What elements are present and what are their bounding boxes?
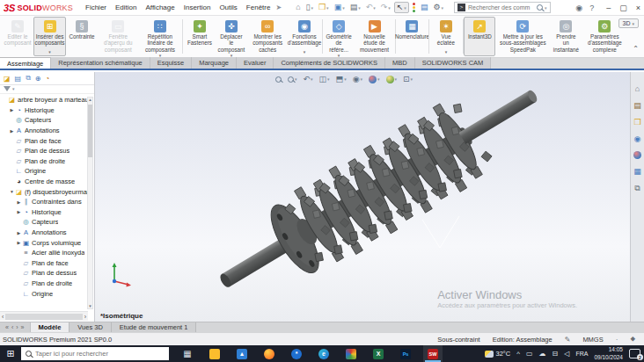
restore-button[interactable]: ▢ — [619, 4, 627, 12]
tree-item[interactable]: ▶∥Contraintes dans — [0, 197, 88, 207]
taskbar-search[interactable] — [21, 347, 169, 360]
scroll-left-icon[interactable]: ‹ — [2, 314, 4, 320]
dropdown-caret-icon[interactable]: ▾ — [311, 5, 314, 11]
expand-arrow-icon[interactable]: ▶ — [16, 209, 22, 214]
tree-item[interactable]: ∟Origine — [0, 166, 88, 177]
ribbon-button-nouvelle-tude-de-mouvement[interactable]: ▶Nouvelle étude de mouvement — [355, 17, 394, 56]
ribbon-collapse-icon[interactable]: ⌃ — [633, 45, 639, 53]
pin-menu-icon[interactable]: ➤ — [275, 4, 282, 11]
tree-item[interactable]: ◕Centre de masse — [0, 177, 88, 187]
print-icon[interactable]: ▤▾ — [348, 3, 362, 12]
clock[interactable]: 14:05 09/10/2024 — [594, 346, 623, 360]
expand-arrow-icon[interactable]: ▶ — [16, 240, 22, 245]
cad-suite-icon[interactable] — [341, 345, 361, 362]
dropdown-caret-icon[interactable]: ▾ — [445, 49, 448, 54]
expand-arrow-icon[interactable]: ▶ — [16, 230, 22, 235]
tab-compl-ments-de-solidworks[interactable]: Compléments de SOLIDWORKS — [274, 57, 385, 69]
scroll-up-icon[interactable]: ▲ — [88, 98, 92, 102]
tree-item[interactable]: ◪arbre broyeur à marteaux — [0, 95, 88, 105]
scroll-right-icon[interactable]: › — [84, 314, 86, 320]
tree-item[interactable]: ▶◔Historique — [0, 207, 88, 218]
ribbon-button-g-om-trie-de-r-f-re[interactable]: ◇Géométrie de référe...▾ — [323, 17, 355, 56]
ribbon-button-fonctions-d-assemblage[interactable]: ◉Fonctions d'assemblage▾ — [288, 17, 320, 56]
menu-insertion[interactable]: Insertion — [184, 4, 211, 11]
help-icon[interactable]: ? — [589, 4, 594, 12]
tree-item[interactable]: ▼◪(f) disquesbroyeurmar — [0, 186, 88, 197]
tab-repr-sentation-sch-matique[interactable]: Représentation schématique — [51, 57, 150, 69]
menu-edition[interactable]: Edition — [115, 4, 136, 11]
tab-assemblage[interactable]: Assemblage — [0, 57, 51, 69]
featuremanager-tab-icon[interactable]: ◪ — [4, 75, 11, 83]
save-icon[interactable]: ▣▾ — [333, 3, 347, 12]
menu-affichage[interactable]: Affichage — [145, 4, 174, 11]
tab-nav-arrow-icon[interactable]: » — [21, 324, 25, 330]
units-selector[interactable]: MMGS — [582, 336, 603, 344]
dropdown-caret-icon[interactable]: ▾ — [404, 5, 406, 11]
tab-nav-arrow-icon[interactable]: « — [5, 324, 9, 330]
model-tab-mod-le[interactable]: Modèle — [31, 322, 70, 332]
dropdown-caret-icon[interactable]: ▾ — [304, 49, 306, 54]
language-indicator[interactable]: FRA — [575, 351, 588, 357]
tab-marquage[interactable]: Marquage — [192, 57, 237, 69]
units-caret[interactable]: · — [616, 336, 618, 344]
search-icon[interactable] — [537, 4, 543, 11]
model-hammer-mill-rotor[interactable] — [95, 72, 630, 322]
tree-item[interactable]: ▶◔Historique — [0, 105, 88, 116]
tree-item[interactable]: ▱Plan de dessus — [0, 268, 88, 279]
edge-icon[interactable]: e — [314, 345, 333, 362]
forum-icon[interactable]: ◉ — [634, 134, 641, 143]
taskbar-search-input[interactable] — [35, 350, 150, 358]
account-icon[interactable]: ◉ — [575, 4, 582, 12]
tree-item[interactable]: ▶AAnnotations — [0, 126, 88, 136]
appearances-icon[interactable] — [633, 151, 641, 159]
ribbon-button-r-p-tition-lin-aire-de-composants[interactable]: ∷Répétition linéaire de composants▾ — [138, 17, 181, 56]
solidworks-icon[interactable]: SW — [423, 345, 443, 362]
tree-item[interactable]: ∟Origine — [0, 288, 88, 299]
file-properties-icon[interactable]: ▤ — [419, 3, 430, 12]
tag-icon[interactable]: ⬥ — [630, 335, 635, 344]
tree-item[interactable]: ▶AAnnotations — [0, 228, 88, 238]
expand-arrow-icon[interactable]: ▶ — [9, 107, 15, 112]
menu-fichier[interactable]: Fichier — [85, 4, 106, 11]
custom-properties-icon[interactable]: ▦ — [633, 167, 641, 176]
ribbon-button-mettre-jour-les-sous-assemblages-speedpak[interactable]: ⟳Mettre à jour les sous-assemblages Spee… — [495, 17, 550, 56]
tab-solidworks-cam[interactable]: SOLIDWORKS CAM — [415, 57, 492, 69]
ribbon-button-d-placer-le-composant[interactable]: ✜Déplacer le composant▾ — [216, 17, 247, 56]
displaymanager-tab-icon[interactable]: ◔ — [46, 75, 50, 83]
tab-mbd[interactable]: MBD — [385, 57, 415, 69]
expand-arrow-icon[interactable]: ▼ — [9, 189, 15, 194]
open-icon[interactable]: ❒▾ — [317, 3, 331, 12]
ribbon-button-montrer-les-composants-cach-s[interactable]: ∞Montrer les composants cachés — [247, 17, 288, 56]
file-explorer-icon[interactable]: ❒ — [633, 118, 640, 127]
ribbon-button-vue-clat-e[interactable]: ✶Vue éclatée▾ — [430, 17, 462, 56]
search-caret-icon[interactable]: ▾ — [545, 5, 547, 11]
tab-esquisse[interactable]: Esquisse — [150, 57, 192, 69]
excel-icon[interactable]: X — [369, 345, 388, 362]
dropdown-caret-icon[interactable]: ▾ — [373, 5, 376, 11]
tree-item[interactable]: ▱Plan de droite — [0, 279, 88, 289]
menu-fenêtre[interactable]: Fenêtre — [246, 4, 271, 11]
expand-arrow-icon[interactable]: ▶ — [9, 128, 15, 134]
dropdown-caret-icon[interactable]: ▾ — [358, 5, 361, 11]
scroll-down-icon[interactable]: ▼ — [88, 304, 92, 308]
home-icon[interactable]: ⌂ — [294, 3, 302, 12]
firefox-icon[interactable] — [260, 345, 279, 362]
chevron-up-icon[interactable]: ^ — [516, 350, 520, 358]
dropdown-caret-icon[interactable]: ▾ — [342, 5, 345, 11]
tree-item[interactable]: ▱Plan de face — [0, 135, 88, 146]
filter-caret-icon[interactable]: ▾ — [12, 86, 15, 91]
tab-nav-arrow-icon[interactable]: ‹ — [11, 324, 13, 330]
dropdown-caret-icon[interactable]: ▾ — [441, 5, 443, 11]
tree-vertical-scrollbar[interactable]: ▲ ▼ — [87, 97, 93, 309]
notification-center-icon[interactable]: 2 — [629, 349, 640, 358]
ribbon-button-nomenclature[interactable]: ▦Nomenclature — [396, 17, 428, 56]
dropdown-caret-icon[interactable]: ▾ — [326, 5, 329, 11]
ribbon-button-ins-rer-des-composants[interactable]: ⊞Insérer des composants▾ — [33, 17, 66, 56]
design-library-icon[interactable]: ▤ — [633, 101, 641, 110]
graphics-viewport[interactable]: ▾↶▾◫▾⬒▾◉▾▾▾⊡▾ — [95, 72, 630, 322]
tree-filter-row[interactable]: ▾ — [0, 85, 94, 94]
tab-evaluer[interactable]: Evaluer — [237, 57, 274, 69]
tab-nav-arrow-icon[interactable]: › — [16, 324, 18, 330]
command-search[interactable]: > ▾ — [454, 2, 551, 13]
select-arrow-icon[interactable]: ↖▾ — [394, 2, 409, 13]
